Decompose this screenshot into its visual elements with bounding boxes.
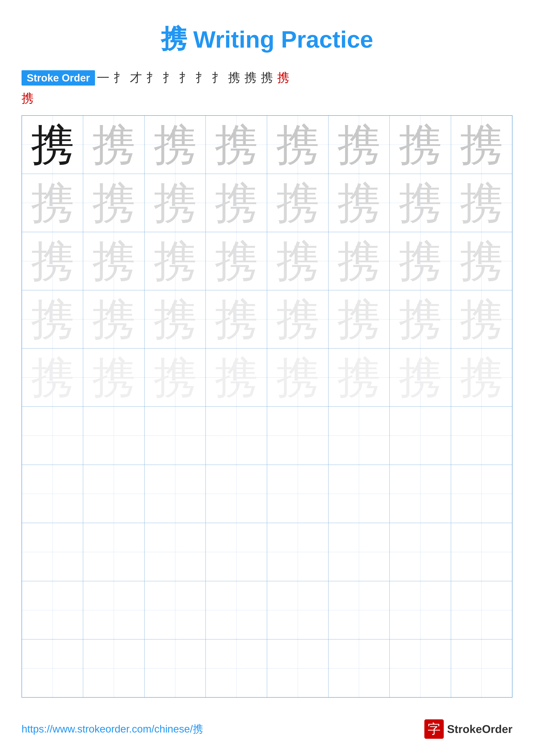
footer-url[interactable]: https://www.strokeorder.com/chinese/携 xyxy=(21,722,203,736)
practice-char: 携 xyxy=(154,121,197,169)
stroke-order-section: Stroke Order ㇐ 扌 才 扌 扌 扌 扌 扌 携 携 携 携 xyxy=(0,69,534,86)
grid-cell: 携 xyxy=(390,116,451,174)
grid-cell xyxy=(451,465,512,523)
grid-cell xyxy=(144,465,206,523)
table-row: 携 携 携 携 携 携 携 携 xyxy=(22,290,512,348)
practice-char: 携 xyxy=(399,295,442,343)
grid-cell xyxy=(267,523,328,581)
grid-cell: 携 xyxy=(206,232,267,290)
grid-cell xyxy=(267,639,328,697)
grid-cell: 携 xyxy=(267,232,328,290)
practice-char: 携 xyxy=(460,179,503,227)
stroke-step-4: 扌 xyxy=(146,69,158,86)
stroke-step-7: 扌 xyxy=(195,69,207,86)
stroke-order-row: Stroke Order ㇐ 扌 才 扌 扌 扌 扌 扌 携 携 携 携 xyxy=(21,69,513,86)
stroke-step-11: 携 xyxy=(261,69,273,86)
table-row: 携 携 携 携 携 携 携 携 xyxy=(22,174,512,232)
stroke-step-1: ㇐ xyxy=(97,69,109,86)
grid-cell: 携 xyxy=(451,174,512,232)
grid-cell xyxy=(144,581,206,639)
grid-cell xyxy=(144,639,206,697)
grid-cell: 携 xyxy=(267,174,328,232)
logo-text: StrokeOrder xyxy=(447,723,513,736)
grid-cell: 携 xyxy=(83,348,144,406)
grid-cell: 携 xyxy=(83,290,144,348)
practice-char: 携 xyxy=(337,353,380,401)
practice-char: 携 xyxy=(215,353,258,401)
grid-cell xyxy=(22,581,83,639)
practice-char: 携 xyxy=(399,179,442,227)
grid-cell xyxy=(206,465,267,523)
grid-cell: 携 xyxy=(451,116,512,174)
grid-cell xyxy=(451,639,512,697)
grid-cell xyxy=(144,523,206,581)
grid-cell: 携 xyxy=(206,290,267,348)
practice-char: 携 xyxy=(154,295,197,343)
practice-char: 携 xyxy=(276,121,319,169)
stroke-step-2: 扌 xyxy=(114,69,126,86)
practice-char: 携 xyxy=(154,179,197,227)
grid-cell: 携 xyxy=(267,348,328,406)
grid-cell: 携 xyxy=(144,290,206,348)
grid-cell: 携 xyxy=(83,232,144,290)
grid-cell xyxy=(206,523,267,581)
practice-char: 携 xyxy=(337,237,380,285)
grid-cell xyxy=(206,581,267,639)
stroke-step-3: 才 xyxy=(130,69,142,86)
grid-cell: 携 xyxy=(390,348,451,406)
footer: https://www.strokeorder.com/chinese/携 字 … xyxy=(0,719,534,739)
table-row xyxy=(22,406,512,465)
grid-cell: 携 xyxy=(328,290,390,348)
grid-cell xyxy=(390,465,451,523)
table-row: 携 携 携 携 携 携 携 携 xyxy=(22,348,512,406)
grid-cell xyxy=(144,406,206,465)
grid-cell: 携 xyxy=(83,174,144,232)
grid-cell: 携 xyxy=(206,348,267,406)
grid-cell xyxy=(267,465,328,523)
practice-char: 携 xyxy=(215,295,258,343)
practice-char: 携 xyxy=(399,237,442,285)
grid-cell: 携 xyxy=(206,174,267,232)
practice-char: 携 xyxy=(215,121,258,169)
table-row: 携 携 携 携 携 携 携 携 xyxy=(22,116,512,174)
grid-cell: 携 xyxy=(22,232,83,290)
practice-char: 携 xyxy=(92,121,135,169)
grid-cell xyxy=(390,406,451,465)
grid-cell xyxy=(451,581,512,639)
practice-char: 携 xyxy=(92,237,135,285)
practice-char: 携 xyxy=(154,353,197,401)
grid-cell xyxy=(83,465,144,523)
grid-cell xyxy=(22,406,83,465)
practice-char: 携 xyxy=(92,179,135,227)
practice-char: 携 xyxy=(31,353,74,401)
grid-cell: 携 xyxy=(451,232,512,290)
title-text: Writing Practice xyxy=(187,26,373,53)
practice-char: 携 xyxy=(460,353,503,401)
grid-cell: 携 xyxy=(22,348,83,406)
practice-grid: 携 携 携 携 携 携 携 携 携 携 携 携 携 携 携 携 携 携 携 携 … xyxy=(21,115,513,698)
footer-logo: 字 StrokeOrder xyxy=(424,719,513,739)
grid-cell: 携 xyxy=(144,232,206,290)
grid-cell: 携 xyxy=(144,348,206,406)
table-row: 携 携 携 携 携 携 携 携 xyxy=(22,232,512,290)
grid-cell xyxy=(451,523,512,581)
practice-char: 携 xyxy=(460,237,503,285)
practice-char: 携 xyxy=(215,237,258,285)
grid-cell: 携 xyxy=(328,232,390,290)
practice-char: 携 xyxy=(399,121,442,169)
practice-char: 携 xyxy=(276,179,319,227)
practice-char: 携 xyxy=(337,295,380,343)
grid-cell: 携 xyxy=(451,348,512,406)
practice-char: 携 xyxy=(92,295,135,343)
stroke-final-char: 携 xyxy=(0,90,534,107)
page-title: 携 Writing Practice xyxy=(0,0,534,57)
practice-char: 携 xyxy=(337,179,380,227)
grid-cell xyxy=(328,523,390,581)
grid-cell xyxy=(390,523,451,581)
grid-cell: 携 xyxy=(328,348,390,406)
practice-char: 携 xyxy=(276,295,319,343)
table-row xyxy=(22,639,512,697)
table-row xyxy=(22,581,512,639)
grid-cell: 携 xyxy=(328,174,390,232)
grid-cell: 携 xyxy=(144,174,206,232)
